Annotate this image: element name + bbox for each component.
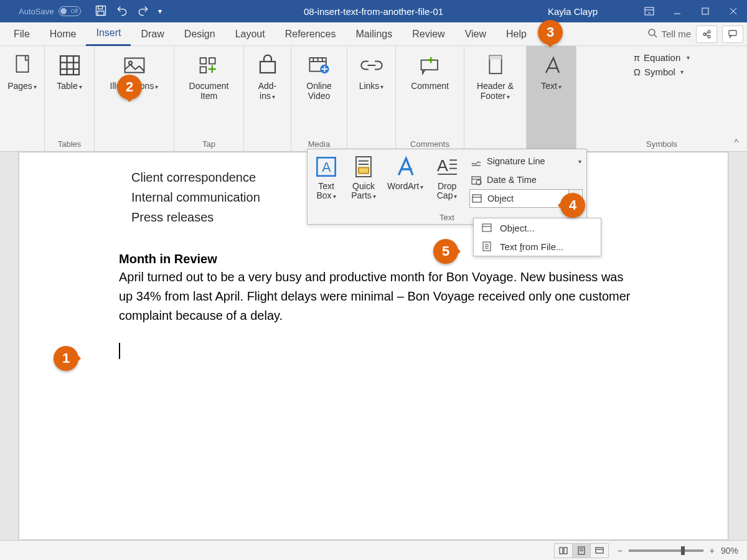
group-symbols: Symbols — [646, 136, 677, 151]
tab-file[interactable]: File — [4, 22, 40, 46]
tab-draw[interactable]: Draw — [131, 22, 174, 46]
date-time-button[interactable]: Date & Time — [469, 170, 583, 189]
signature-line-button[interactable]: Signature Line▾ — [469, 152, 583, 170]
svg-point-8 — [649, 29, 655, 35]
svg-text:A: A — [437, 156, 448, 175]
web-layout-icon[interactable] — [590, 543, 609, 558]
quickparts-button[interactable]: Quick Parts — [345, 149, 382, 210]
text-button[interactable]: Text — [533, 50, 570, 93]
undo-icon[interactable] — [116, 4, 128, 19]
pages-button[interactable]: Pages — [4, 50, 41, 93]
menu-text-from-file[interactable]: Text from File... — [474, 237, 601, 256]
dropcap-button[interactable]: A Drop Cap — [428, 149, 466, 210]
svg-rect-38 — [489, 55, 501, 59]
save-icon[interactable] — [95, 4, 107, 19]
header-footer-icon — [483, 52, 508, 78]
svg-rect-34 — [421, 60, 437, 70]
object-submenu: Object... Text from File... — [473, 218, 601, 256]
textbox-button[interactable]: A Text Box — [308, 149, 345, 210]
text-dropdown-panel: A Text Box Quick Parts WordArt A Drop Ca… — [307, 149, 587, 225]
ribbon-insert: Pages Table Tables Illustrations Documen… — [0, 46, 747, 152]
addins-icon — [255, 52, 280, 78]
page-icon — [10, 52, 35, 78]
comment-button[interactable]: Comment — [407, 50, 453, 93]
qat-more-icon[interactable]: ▾ — [158, 7, 162, 16]
svg-rect-56 — [482, 224, 491, 231]
comments-button[interactable] — [722, 26, 743, 43]
addins-button[interactable]: Add- ins — [249, 50, 286, 103]
callout-1: 1 — [54, 346, 78, 371]
svg-rect-24 — [200, 67, 206, 73]
svg-rect-23 — [209, 58, 215, 64]
minimize-icon[interactable] — [663, 0, 691, 22]
tab-insert[interactable]: Insert — [86, 22, 131, 46]
tab-design[interactable]: Design — [174, 22, 225, 46]
table-button[interactable]: Table — [51, 50, 88, 93]
print-layout-icon[interactable] — [572, 543, 591, 558]
header-footer-button[interactable]: Header & Footer — [473, 50, 517, 103]
quickparts-icon — [350, 153, 377, 180]
doc-paragraph: April turned out to be a very busy and p… — [119, 268, 634, 325]
symbol-icon: Ω — [634, 67, 641, 77]
links-button[interactable]: Links — [353, 50, 390, 93]
zoom-controls: − + 90% — [618, 546, 738, 556]
symbol-button[interactable]: ΩSymbol▾ — [634, 67, 690, 77]
svg-rect-65 — [596, 548, 603, 553]
share-button[interactable] — [696, 26, 717, 43]
svg-rect-22 — [200, 58, 206, 64]
tab-view[interactable]: View — [455, 22, 496, 46]
tab-references[interactable]: References — [275, 22, 346, 46]
text-icon — [539, 52, 564, 78]
menu-object[interactable]: Object... — [474, 218, 601, 237]
tab-layout[interactable]: Layout — [225, 22, 275, 46]
group-tap: Tap — [202, 136, 215, 151]
svg-line-9 — [654, 35, 657, 37]
dropcap-icon: A — [433, 153, 461, 180]
group-tables: Tables — [58, 136, 82, 151]
collapse-ribbon-icon[interactable]: ^ — [734, 138, 738, 147]
read-mode-icon[interactable] — [554, 543, 573, 558]
document-title: 08-insert-text-from-another-file-01 — [304, 6, 443, 17]
equation-icon: π — [634, 52, 640, 63]
autosave-switch[interactable]: Off — [59, 6, 81, 16]
tell-me-search[interactable]: Tell me — [647, 28, 691, 40]
svg-rect-13 — [729, 30, 736, 35]
status-bar: − + 90% — [0, 540, 747, 560]
document-item-button[interactable]: Document Item — [186, 50, 233, 103]
maximize-icon[interactable] — [691, 0, 719, 22]
tab-home[interactable]: Home — [40, 22, 87, 46]
zoom-level[interactable]: 90% — [721, 546, 738, 556]
zoom-in-icon[interactable]: + — [710, 546, 715, 556]
svg-rect-2 — [98, 11, 104, 15]
tab-help[interactable]: Help — [496, 22, 537, 46]
ribbon-options-icon[interactable] — [635, 0, 663, 22]
callout-2: 2 — [117, 75, 142, 100]
zoom-slider[interactable] — [629, 549, 703, 552]
link-icon — [359, 52, 384, 78]
pictures-icon — [122, 52, 147, 78]
callout-5: 5 — [433, 239, 458, 264]
equation-button[interactable]: πEquation▾ — [634, 52, 690, 63]
ribbon-tabs: File Home Insert Draw Design Layout Refe… — [0, 22, 747, 46]
callout-4: 4 — [560, 193, 585, 218]
svg-rect-5 — [702, 8, 708, 14]
quick-access-toolbar: ▾ — [95, 4, 162, 19]
online-video-button[interactable]: Online Video — [301, 50, 338, 103]
svg-rect-14 — [16, 55, 28, 72]
svg-rect-20 — [125, 58, 144, 72]
text-cursor — [119, 343, 120, 359]
tab-mailings[interactable]: Mailings — [346, 22, 403, 46]
redo-icon[interactable] — [137, 4, 149, 19]
window-controls — [635, 0, 747, 22]
zoom-out-icon[interactable]: − — [618, 546, 622, 556]
wordart-button[interactable]: WordArt — [382, 149, 428, 210]
svg-point-12 — [708, 35, 710, 38]
table-icon — [57, 52, 82, 78]
autosave-label: AutoSave — [19, 7, 54, 16]
svg-point-10 — [708, 30, 710, 33]
tab-review[interactable]: Review — [402, 22, 454, 46]
comment-icon — [418, 52, 443, 78]
autosave-toggle[interactable]: AutoSave Off — [19, 6, 81, 16]
svg-rect-27 — [260, 62, 275, 73]
close-icon[interactable] — [719, 0, 747, 22]
